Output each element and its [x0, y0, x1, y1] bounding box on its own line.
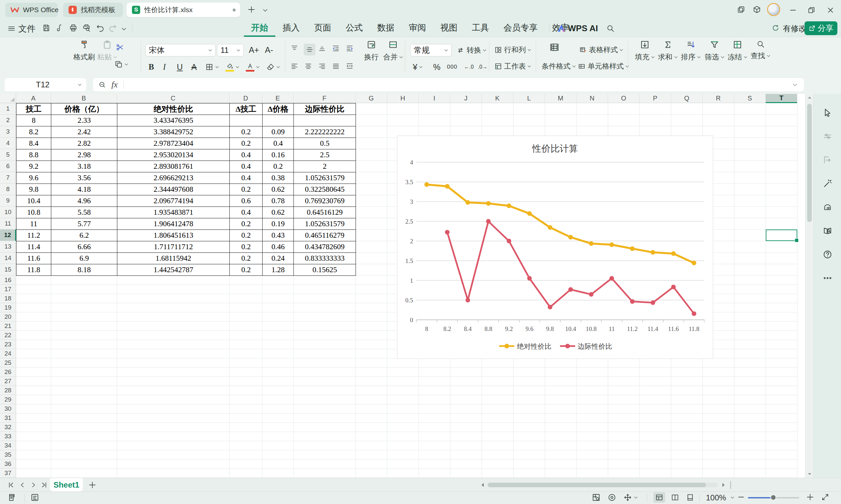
selected-cell-outline[interactable]	[766, 230, 797, 241]
column-header-Q[interactable]: Q	[671, 94, 703, 103]
data-cell[interactable]: 1.052631579	[294, 218, 356, 230]
data-cell[interactable]: 0.434782609	[294, 241, 356, 253]
data-cell[interactable]: 0.5	[294, 138, 356, 149]
row-header-37[interactable]: 37	[0, 469, 16, 478]
vertical-scroll-thumb[interactable]	[807, 104, 812, 222]
table-style-button[interactable]: 表格样式	[579, 44, 623, 55]
column-header-P[interactable]: P	[639, 94, 671, 103]
data-cell[interactable]: 1.68115942	[117, 253, 230, 264]
data-cell[interactable]: 6.9	[51, 253, 117, 264]
column-header-G[interactable]: G	[356, 94, 387, 103]
data-cell[interactable]: 8.2	[16, 126, 51, 138]
menu-item-开始[interactable]: 开始	[244, 20, 275, 37]
data-cell[interactable]: 1.806451613	[117, 230, 230, 241]
row-header-31[interactable]: 31	[0, 413, 16, 422]
data-cell[interactable]: 1.052631579	[294, 173, 356, 184]
data-cell[interactable]: 3.18	[51, 161, 117, 173]
row-header-10[interactable]: 10	[0, 206, 16, 218]
data-cell[interactable]: 5.58	[51, 207, 117, 218]
header-cell[interactable]: 价格（亿）	[51, 104, 117, 115]
menu-item-审阅[interactable]: 审阅	[401, 20, 433, 35]
filter-button[interactable]: 筛选	[703, 40, 726, 62]
data-cell[interactable]: 0.833333333	[294, 253, 356, 264]
merge-cells-button[interactable]: 合并	[382, 40, 404, 62]
page-setup-icon[interactable]	[823, 155, 833, 165]
column-header-O[interactable]: O	[608, 94, 639, 103]
number-format-combo[interactable]: 常规	[410, 44, 451, 56]
data-cell[interactable]: 0.465116279	[294, 230, 356, 241]
row-header-34[interactable]: 34	[0, 441, 16, 450]
user-avatar[interactable]	[767, 3, 780, 16]
font-size-combo[interactable]: 11	[217, 44, 244, 56]
smart-toolbox-icon[interactable]	[823, 179, 833, 188]
data-cell[interactable]: 0.2	[230, 264, 262, 276]
data-cell[interactable]: 11.6	[16, 253, 51, 264]
align-middle-icon[interactable]	[304, 44, 315, 55]
adjust-settings-icon[interactable]	[823, 131, 833, 141]
view-split-button[interactable]	[669, 492, 681, 503]
column-header-L[interactable]: L	[513, 94, 545, 103]
menu-item-页面[interactable]: 页面	[307, 20, 339, 35]
tab-active-workbook[interactable]: 性价比计算.xlsx	[126, 3, 240, 17]
header-cell[interactable]: 技工	[16, 104, 51, 115]
worksheet-button[interactable]: 工作表	[494, 61, 531, 72]
cut-scissors-icon[interactable]	[116, 43, 124, 52]
column-header-S[interactable]: S	[734, 94, 766, 103]
data-cell[interactable]: 0.4	[230, 173, 262, 184]
italic-button[interactable]: I	[163, 61, 166, 73]
row-header-7[interactable]: 7	[0, 172, 16, 183]
data-cell[interactable]: 2	[294, 161, 356, 173]
row-header-17[interactable]: 17	[0, 285, 16, 294]
column-header-A[interactable]: A	[16, 94, 51, 103]
data-cell[interactable]: 3.56	[51, 173, 117, 184]
row-header-24[interactable]: 24	[0, 349, 16, 358]
find-button[interactable]: 查找	[749, 40, 772, 61]
tab-list-chevron-icon[interactable]	[262, 6, 269, 14]
data-cell[interactable]: 6.66	[51, 241, 117, 253]
scroll-down-arrow-icon[interactable]	[807, 472, 812, 476]
row-header-5[interactable]: 5	[0, 149, 16, 161]
data-cell[interactable]: 0.4	[230, 161, 262, 173]
column-header-K[interactable]: K	[482, 94, 513, 103]
data-cell[interactable]: 0.43	[262, 230, 294, 241]
outline-icon[interactable]	[30, 493, 39, 502]
prev-sheet-icon[interactable]	[18, 481, 26, 489]
row-header-13[interactable]: 13	[0, 241, 16, 252]
align-center-icon[interactable]	[304, 62, 312, 70]
app-center-cube-icon[interactable]	[753, 5, 761, 14]
data-cell[interactable]: 0.2	[230, 218, 262, 230]
minimize-button[interactable]	[789, 6, 797, 15]
column-header-H[interactable]: H	[387, 94, 419, 103]
row-header-33[interactable]: 33	[0, 432, 16, 441]
row-header-2[interactable]: 2	[0, 114, 16, 126]
tab-wps-home[interactable]: WPS Office	[5, 3, 58, 17]
sheet-tab-active[interactable]: Sheet1	[50, 478, 83, 491]
horizontal-scroll-thumb[interactable]	[488, 483, 706, 487]
clear-format-button[interactable]	[266, 61, 280, 73]
freeze-button[interactable]: 冻结	[726, 40, 749, 62]
zoom-out-button[interactable]	[737, 493, 745, 501]
column-header-T[interactable]: T	[766, 94, 797, 103]
row-header-6[interactable]: 6	[0, 161, 16, 172]
data-cell[interactable]: 10.8	[16, 207, 51, 218]
data-cell[interactable]: 0.15625	[294, 264, 356, 276]
rows-cols-button[interactable]: 行和列	[494, 44, 531, 55]
data-cell[interactable]: 2.98	[51, 149, 117, 161]
menu-item-公式[interactable]: 公式	[339, 20, 370, 35]
data-cell[interactable]: 4.18	[51, 184, 117, 195]
column-header-J[interactable]: J	[450, 94, 482, 103]
data-cell[interactable]: 4.96	[51, 195, 117, 207]
data-cell[interactable]: 0.2	[230, 241, 262, 253]
formula-input-bar[interactable]: fx	[93, 78, 804, 91]
row-header-25[interactable]: 25	[0, 358, 16, 367]
data-cell[interactable]: 9.8	[16, 184, 51, 195]
row-header-15[interactable]: 15	[0, 264, 16, 275]
data-cell[interactable]: 2.222222222	[294, 126, 356, 138]
row-header-26[interactable]: 26	[0, 367, 16, 377]
name-box[interactable]: T12	[5, 78, 86, 91]
restore-button[interactable]	[807, 6, 816, 15]
paste-button[interactable]: 粘贴	[96, 40, 118, 62]
new-tab-button[interactable]	[247, 5, 256, 14]
column-header-I[interactable]: I	[419, 94, 450, 103]
scroll-up-arrow-icon[interactable]	[807, 96, 812, 99]
